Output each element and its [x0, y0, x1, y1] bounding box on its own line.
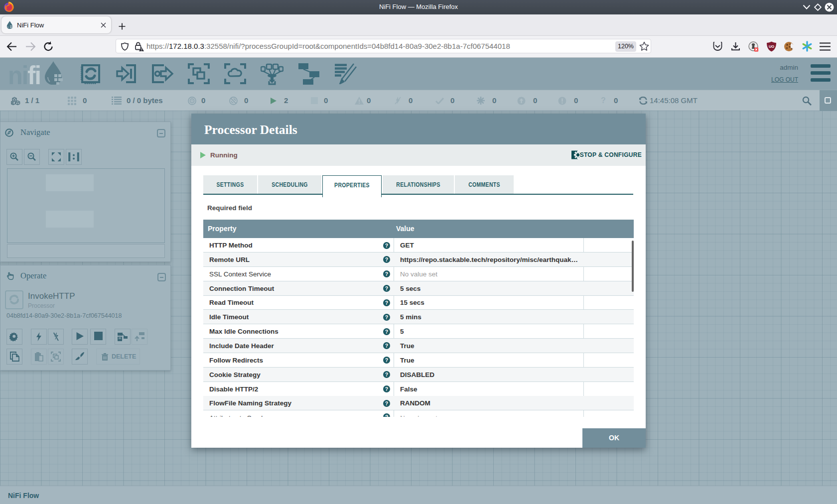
svg-text:UO: UO: [769, 44, 774, 49]
